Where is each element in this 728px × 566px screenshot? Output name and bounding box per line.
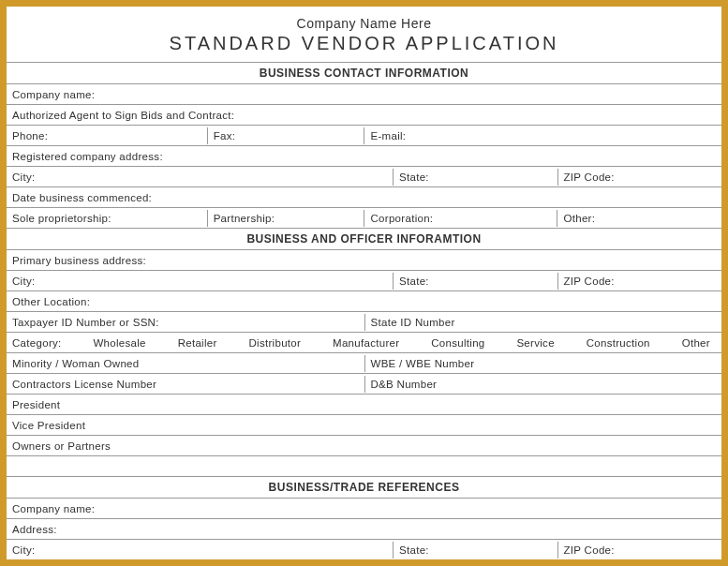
row-registered-address[interactable]: Registered company address:: [7, 146, 721, 167]
section-heading-officer: BUSINESS AND OFFICER INFORAMTION: [7, 229, 721, 250]
label-company-name: Company name:: [7, 86, 721, 103]
label-ref-city: City:: [7, 542, 393, 559]
label-partnership: Partnership:: [207, 210, 364, 227]
row-minority-wbe[interactable]: Minority / Woman Owned WBE / WBE Number: [7, 353, 721, 374]
label-sole-prop: Sole proprietorship:: [7, 210, 207, 227]
row-phone-fax-email[interactable]: Phone: Fax: E-mail:: [7, 126, 721, 146]
row-authorized-agent[interactable]: Authorized Agent to Sign Bids and Contra…: [7, 105, 721, 126]
label-category: Category:: [12, 337, 62, 349]
form-header: Company Name Here STANDARD VENDOR APPLIC…: [7, 7, 721, 62]
label-minority: Minority / Woman Owned: [7, 355, 364, 372]
label-authorized-agent: Authorized Agent to Sign Bids and Contra…: [7, 107, 721, 124]
row-category[interactable]: Category: Wholesale Retailer Distributor…: [7, 333, 721, 353]
label-corporation: Corporation:: [364, 210, 557, 227]
label-ref-state: State:: [393, 542, 557, 559]
label-phone: Phone:: [7, 127, 207, 144]
category-wholesale: Wholesale: [93, 337, 145, 349]
row-ref-city-state-zip[interactable]: City: State: ZIP Code:: [7, 540, 721, 560]
label-primary-address: Primary business address:: [7, 252, 721, 269]
label-vice-president: Vice President: [7, 417, 721, 434]
spacer-row: [7, 456, 721, 477]
row-company-name[interactable]: Company name:: [7, 84, 721, 105]
category-manufacturer: Manufacturer: [333, 337, 399, 349]
category-distributor: Distributor: [248, 337, 301, 349]
section-heading-contact: BUSINESS CONTACT INFORMATION: [7, 62, 721, 84]
category-consulting: Consulting: [431, 337, 484, 349]
row-ref-company-name[interactable]: Company name:: [7, 499, 721, 519]
row-owners-partners[interactable]: Owners or Partners: [7, 436, 721, 456]
label-fax: Fax:: [207, 127, 364, 144]
label-ref-address: Address:: [7, 521, 721, 538]
label-state-2: State:: [393, 273, 557, 290]
section-heading-references: BUSINESS/TRADE REFERENCES: [7, 477, 721, 499]
label-other-1: Other:: [557, 210, 721, 227]
row-business-type[interactable]: Sole proprietorship: Partnership: Corpor…: [7, 208, 721, 229]
label-contractors-license: Contractors License Number: [7, 376, 364, 393]
category-other: Other: [682, 337, 710, 349]
label-registered-address: Registered company address:: [7, 148, 721, 165]
row-contractors-db[interactable]: Contractors License Number D&B Number: [7, 374, 721, 395]
label-wbe: WBE / WBE Number: [364, 355, 722, 372]
row-city-state-zip-1[interactable]: City: State: ZIP Code:: [7, 167, 721, 187]
label-zip-1: ZIP Code:: [557, 169, 722, 186]
label-ref-company-name: Company name:: [7, 500, 721, 517]
label-db-number: D&B Number: [364, 376, 722, 393]
label-other-location: Other Location:: [7, 293, 721, 310]
label-state-1: State:: [393, 169, 557, 186]
label-zip-2: ZIP Code:: [557, 273, 722, 290]
vendor-application-form: Company Name Here STANDARD VENDOR APPLIC…: [0, 0, 728, 566]
label-city-2: City:: [7, 273, 393, 290]
form-title: STANDARD VENDOR APPLICATION: [7, 33, 721, 54]
label-ref-zip: ZIP Code:: [557, 542, 722, 559]
label-state-id: State ID Number: [364, 314, 722, 331]
category-retailer: Retailer: [178, 337, 217, 349]
row-date-commenced[interactable]: Date business commenced:: [7, 187, 721, 208]
row-vice-president[interactable]: Vice President: [7, 415, 721, 436]
label-date-commenced: Date business commenced:: [7, 189, 721, 206]
company-name-placeholder: Company Name Here: [7, 16, 721, 31]
category-construction: Construction: [587, 337, 650, 349]
row-primary-address[interactable]: Primary business address:: [7, 250, 721, 271]
row-other-location[interactable]: Other Location:: [7, 291, 721, 312]
label-owners-partners: Owners or Partners: [7, 438, 721, 454]
row-taxpayer-stateid[interactable]: Taxpayer ID Number or SSN: State ID Numb…: [7, 312, 721, 333]
row-city-state-zip-2[interactable]: City: State: ZIP Code:: [7, 271, 721, 291]
label-president: President: [7, 396, 721, 413]
label-taxpayer-id: Taxpayer ID Number or SSN:: [7, 314, 364, 331]
label-email: E-mail:: [364, 127, 721, 144]
category-service: Service: [516, 337, 554, 349]
row-ref-address[interactable]: Address:: [7, 519, 721, 540]
row-president[interactable]: President: [7, 395, 721, 415]
label-city-1: City:: [7, 169, 393, 186]
